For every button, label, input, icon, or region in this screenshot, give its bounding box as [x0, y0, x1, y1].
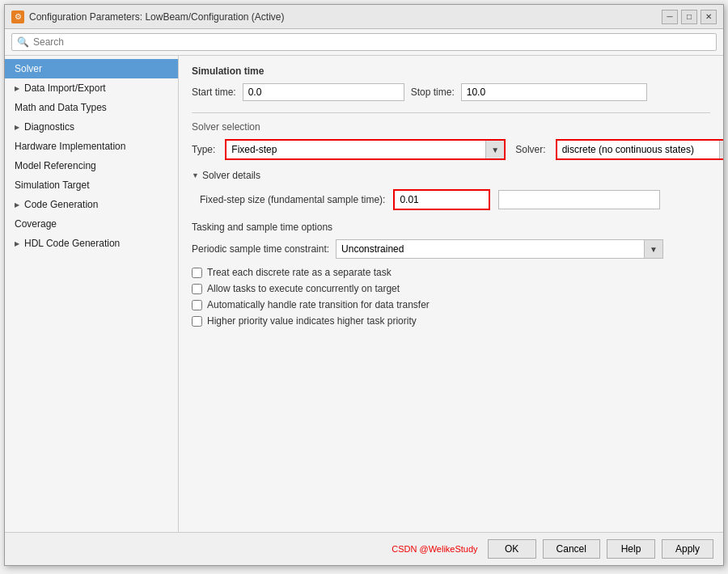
minimize-button[interactable]: ─: [662, 10, 678, 24]
fixed-step-label: Fixed-step size (fundamental sample time…: [200, 194, 385, 205]
sidebar-item-hdl-code-generation[interactable]: HDL Code Generation: [5, 234, 178, 253]
tasking-title: Tasking and sample time options: [192, 222, 710, 233]
solver-type-row: Type: Fixed-step Variable-step ▼ Solver:…: [192, 139, 710, 160]
sidebar-item-model-referencing[interactable]: Model Referencing: [5, 156, 178, 175]
checkbox-separate-task: Treat each discrete rate as a separate t…: [192, 267, 710, 278]
checkbox-higher-priority: Higher priority value indicates higher t…: [192, 315, 710, 327]
type-dropdown-wrap: Fixed-step Variable-step ▼: [225, 139, 506, 160]
type-dropdown[interactable]: Fixed-step Variable-step: [226, 141, 485, 158]
periodic-label: Periodic sample time constraint:: [192, 243, 329, 255]
title-bar: ⚙ Configuration Parameters: LowBeam/Conf…: [5, 5, 723, 29]
checkbox-concurrent-label: Allow tasks to execute concurrently on t…: [207, 283, 400, 294]
search-bar: 🔍: [5, 29, 723, 56]
periodic-dropdown-wrap: Unconstrained Specified ▼: [336, 239, 663, 259]
solver-selection-title: Solver selection: [192, 121, 710, 133]
search-input[interactable]: [33, 36, 711, 48]
window-controls: ─ □ ✕: [662, 10, 717, 24]
footer: CSDN @WelikeStudy OK Cancel Help Apply: [5, 532, 723, 565]
right-panel: Simulation time Start time: Stop time: S…: [179, 56, 723, 532]
sidebar: SolverData Import/ExportMath and Data Ty…: [5, 56, 179, 532]
sidebar-item-diagnostics[interactable]: Diagnostics: [5, 117, 178, 137]
window-title: Configuration Parameters: LowBeam/Config…: [29, 11, 662, 23]
app-icon: ⚙: [11, 11, 24, 23]
solver-details-section: ▼ Solver details Fixed-step size (fundam…: [192, 170, 710, 210]
sidebar-item-solver[interactable]: Solver: [5, 59, 178, 78]
close-button[interactable]: ✕: [700, 10, 717, 24]
solver-dropdown-arrow[interactable]: ▼: [719, 141, 723, 158]
solver-label: Solver:: [515, 144, 545, 155]
checkbox-rate-transition: Automatically handle rate transition for…: [192, 299, 710, 310]
checkbox-rate-transition-label: Automatically handle rate transition for…: [207, 299, 430, 310]
periodic-row: Periodic sample time constraint: Unconst…: [192, 239, 710, 259]
simulation-time-title: Simulation time: [192, 65, 710, 77]
checkbox-separate-task-input[interactable]: [192, 268, 202, 278]
divider-1: [192, 112, 710, 113]
start-time-input[interactable]: [243, 83, 404, 101]
ok-button[interactable]: OK: [488, 539, 536, 559]
collapse-arrow-icon: ▼: [192, 171, 199, 179]
sidebar-item-hardware-implementation[interactable]: Hardware Implementation: [5, 137, 178, 156]
sidebar-item-code-generation[interactable]: Code Generation: [5, 195, 178, 214]
help-button[interactable]: Help: [607, 539, 655, 559]
type-label: Type:: [192, 144, 215, 155]
periodic-dropdown[interactable]: Unconstrained Specified: [336, 240, 644, 258]
solver-dropdown-wrap: discrete (no continuous states) ode3 (Bo…: [556, 139, 723, 160]
solver-dropdown[interactable]: discrete (no continuous states) ode3 (Bo…: [557, 141, 719, 158]
fixed-step-row: Fixed-step size (fundamental sample time…: [192, 189, 710, 210]
maximize-button[interactable]: □: [681, 10, 697, 24]
checkbox-higher-priority-input[interactable]: [192, 316, 202, 327]
type-dropdown-arrow[interactable]: ▼: [485, 141, 504, 158]
stop-time-input[interactable]: [461, 83, 647, 101]
checkbox-separate-task-label: Treat each discrete rate as a separate t…: [207, 267, 392, 278]
cancel-button[interactable]: Cancel: [543, 539, 600, 559]
search-icon: 🔍: [17, 36, 29, 48]
fixed-step-secondary-input[interactable]: [498, 190, 660, 209]
fixed-step-input[interactable]: [393, 189, 490, 210]
sidebar-item-math-and-data-types[interactable]: Math and Data Types: [5, 98, 178, 117]
main-content: SolverData Import/ExportMath and Data Ty…: [5, 56, 723, 532]
solver-details-label: Solver details: [202, 170, 260, 181]
tasking-section: Tasking and sample time options Periodic…: [192, 222, 710, 327]
checkbox-rate-transition-input[interactable]: [192, 300, 202, 310]
periodic-dropdown-arrow[interactable]: ▼: [644, 240, 662, 258]
apply-button[interactable]: Apply: [662, 539, 713, 559]
stop-time-label: Stop time:: [411, 87, 455, 98]
sidebar-item-data-import-export[interactable]: Data Import/Export: [5, 78, 178, 98]
sidebar-item-simulation-target[interactable]: Simulation Target: [5, 175, 178, 195]
watermark-text: CSDN @WelikeStudy: [392, 544, 477, 554]
checkbox-concurrent: Allow tasks to execute concurrently on t…: [192, 283, 710, 294]
search-wrap: 🔍: [11, 33, 717, 51]
checkbox-concurrent-input[interactable]: [192, 284, 202, 294]
checkbox-higher-priority-label: Higher priority value indicates higher t…: [207, 315, 417, 327]
simulation-time-row: Start time: Stop time:: [192, 83, 710, 101]
start-time-label: Start time:: [192, 87, 236, 98]
sidebar-item-coverage[interactable]: Coverage: [5, 214, 178, 234]
solver-details-header[interactable]: ▼ Solver details: [192, 170, 710, 181]
